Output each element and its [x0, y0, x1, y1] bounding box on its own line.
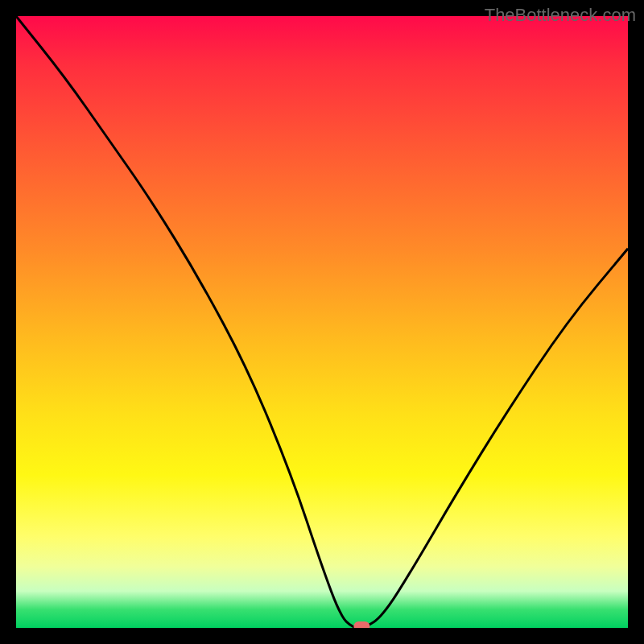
- chart-svg: [16, 16, 628, 628]
- bottleneck-curve-line: [16, 16, 628, 628]
- chart-plot-area: [16, 16, 628, 628]
- watermark-text: TheBottleneck.com: [485, 5, 636, 26]
- minimum-point-marker: [353, 621, 369, 628]
